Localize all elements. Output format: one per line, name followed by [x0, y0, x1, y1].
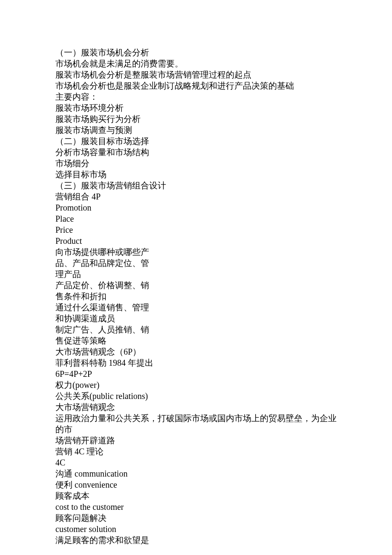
text-line: 服装市场调查与预测 — [55, 124, 337, 136]
text-line: 通过什么渠道销售、管理 — [55, 302, 337, 313]
text-line: 售促进等策略 — [55, 335, 337, 346]
text-line: 选择目标市场 — [55, 169, 337, 180]
text-line: 市场机会就是未满足的消费需要。 — [55, 58, 337, 69]
text-line: （二）服装目标市场选择 — [55, 136, 337, 147]
text-line: 4C — [55, 457, 337, 468]
text-line: 运用政治力量和公共关系，打破国际市场或国内市场上的贸易壁垒，为企业的市 — [55, 413, 337, 435]
text-line: 营销 4C 理论 — [55, 446, 337, 457]
text-line: Product — [55, 235, 337, 246]
text-line: 分析市场容量和市场结构 — [55, 147, 337, 158]
text-line: 市场细分 — [55, 158, 337, 169]
text-line: Promotion — [55, 202, 337, 213]
text-line: 场营销开辟道路 — [55, 435, 337, 446]
text-line: Place — [55, 213, 337, 224]
text-line: 满足顾客的需求和欲望是 — [55, 535, 337, 546]
text-line: 服装市场购买行为分析 — [55, 113, 337, 124]
text-line: 顾客成本 — [55, 490, 337, 501]
text-line: 便利 convenience — [55, 479, 337, 490]
text-line: 大市场营销观念（6P） — [55, 346, 337, 357]
text-line: 产品定价、价格调整、销 — [55, 280, 337, 291]
text-line: 制定广告、人员推销、销 — [55, 324, 337, 335]
text-line: Price — [55, 224, 337, 235]
text-line: customer solution — [55, 523, 337, 535]
text-line: 市场机会分析也是服装企业制订战略规划和进行产品决策的基础 — [55, 80, 337, 91]
text-line: 服装市场机会分析是整服装市场营销管理过程的起点 — [55, 69, 337, 80]
text-line: （一）服装市场机会分析 — [55, 47, 337, 58]
text-line: 6P=4P+2P — [55, 368, 337, 379]
text-line: 沟通 communication — [55, 468, 337, 479]
document-page: （一）服装市场机会分析 市场机会就是未满足的消费需要。 服装市场机会分析是整服装… — [0, 0, 392, 546]
text-line: cost to the customer — [55, 501, 337, 512]
text-line: 和协调渠道成员 — [55, 313, 337, 324]
text-line: 菲利普科特勒 1984 年提出 — [55, 357, 337, 368]
text-line: 大市场营销观念 — [55, 402, 337, 413]
text-line: 售条件和折扣 — [55, 291, 337, 302]
text-line: （三）服装市场营销组合设计 — [55, 180, 337, 191]
text-line: 理产品 — [55, 269, 337, 280]
text-line: 向市场提供哪种或哪些产 — [55, 246, 337, 257]
text-line: 营销组合 4P — [55, 191, 337, 202]
text-line: 公共关系(public relations) — [55, 390, 337, 402]
text-line: 服装市场环境分析 — [55, 102, 337, 113]
text-line: 权力(power) — [55, 379, 337, 390]
text-line: 顾客问题解决 — [55, 512, 337, 523]
text-line: 品、产品和品牌定位、管 — [55, 257, 337, 269]
text-line: 主要内容： — [55, 91, 337, 102]
